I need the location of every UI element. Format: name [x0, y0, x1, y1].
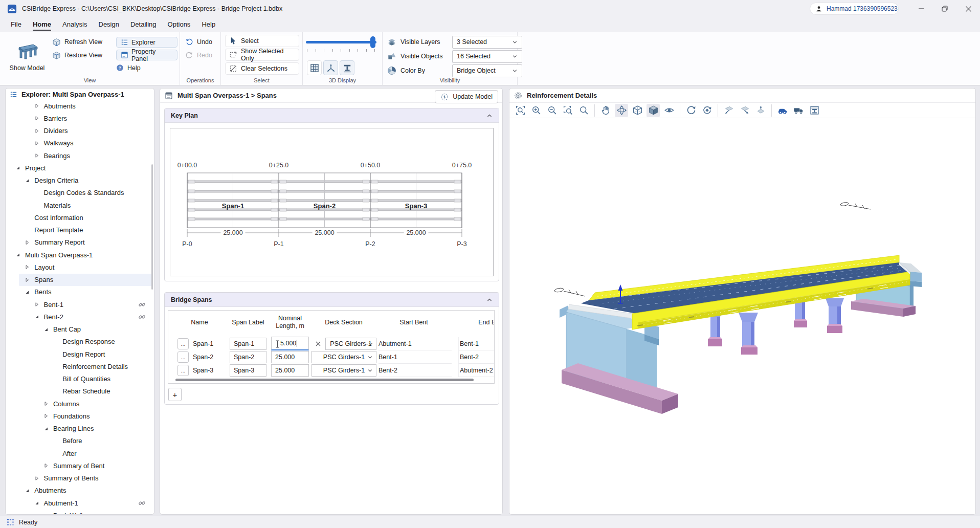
tree-scrollbar[interactable]: [151, 164, 153, 290]
tree-item-after[interactable]: After: [6, 447, 154, 459]
zoom-in-button[interactable]: [529, 104, 543, 117]
tree-collapse-arrow[interactable]: [43, 413, 49, 419]
tree-expand-arrow[interactable]: [25, 178, 30, 183]
rotate-angle-button[interactable]: [700, 104, 714, 117]
tree-collapse-arrow[interactable]: [43, 463, 49, 468]
minimize-button[interactable]: [909, 0, 933, 17]
perspective-eye-button[interactable]: [662, 104, 676, 117]
zoom-out-button[interactable]: [545, 104, 559, 117]
tree-expand-arrow[interactable]: [43, 426, 49, 431]
tree-item-spans[interactable]: Spans: [19, 274, 152, 286]
cell-deck-section-dropdown[interactable]: PSC Girders-1: [311, 351, 376, 363]
tree-collapse-arrow[interactable]: [25, 265, 30, 270]
tree-collapse-arrow[interactable]: [34, 141, 39, 146]
tree-collapse-arrow[interactable]: [34, 302, 39, 307]
tree-item-dividers[interactable]: Dividers: [6, 125, 154, 137]
cell-span-label[interactable]: Span-3: [230, 364, 266, 377]
tree-collapse-arrow[interactable]: [34, 103, 39, 108]
cell-name[interactable]: Span-3: [193, 364, 213, 377]
tree-expand-arrow[interactable]: [34, 314, 39, 319]
tree-item-summary-of-bent[interactable]: Summary of Bent: [6, 459, 154, 472]
cube-wire-button[interactable]: [631, 104, 644, 117]
tree-expand-arrow[interactable]: [15, 252, 20, 257]
menu-item-file[interactable]: File: [5, 17, 27, 32]
view-plane-yz-button[interactable]: [754, 104, 767, 117]
tree-item-walkways[interactable]: Walkways: [6, 137, 154, 149]
cell-nominal-length-editing[interactable]: 5.000: [271, 337, 309, 350]
cell-deck-section-dropdown[interactable]: PSC Girders-1: [325, 338, 376, 350]
visible-objects-dropdown[interactable]: 16 Selected: [452, 50, 522, 63]
tree-collapse-arrow[interactable]: [43, 401, 49, 406]
select-button[interactable]: Select: [225, 35, 299, 47]
cell-span-label[interactable]: Span-2: [230, 351, 266, 363]
color-by-dropdown[interactable]: Bridge Object: [452, 64, 522, 77]
tree-item-design-report[interactable]: Design Report: [6, 348, 154, 360]
tree-item-bearing-lines[interactable]: Bearing Lines: [6, 423, 154, 435]
tree-item-design-response[interactable]: Design Response: [6, 336, 154, 348]
tree-item-before[interactable]: Before: [6, 435, 154, 447]
grid-toggle-button[interactable]: [307, 60, 322, 75]
update-model-button[interactable]: Update Model: [435, 90, 498, 103]
3d-viewport[interactable]: [509, 118, 975, 514]
tree-collapse-arrow[interactable]: [34, 153, 39, 158]
property-panel-button[interactable]: Property Panel: [116, 50, 177, 60]
vehicle-car-button[interactable]: [776, 104, 789, 117]
cell-span-label[interactable]: Span-1: [230, 338, 266, 350]
tree-item-design-criteria[interactable]: Design Criteria: [6, 174, 154, 187]
cell-nominal-length[interactable]: 25.000: [271, 351, 309, 363]
menu-item-options[interactable]: Options: [162, 17, 196, 32]
tree-item-summary-of-bents[interactable]: Summary of Bents: [6, 472, 154, 485]
tree-item-rebar-schedule[interactable]: Rebar Schedule: [6, 385, 154, 398]
view-plane-xz-button[interactable]: [738, 104, 751, 117]
tree-item-summary-report[interactable]: Summary Report: [6, 236, 154, 249]
bridge-spans-header[interactable]: Bridge Spans: [165, 293, 499, 307]
zoom-button[interactable]: [577, 104, 590, 117]
cell-nominal-length[interactable]: 25.000: [271, 364, 309, 377]
tree-expand-arrow[interactable]: [25, 488, 30, 493]
row-options-button[interactable]: ...: [177, 365, 189, 376]
restore-view-button[interactable]: Restore View: [52, 49, 102, 61]
show-model-button[interactable]: Show Model: [7, 35, 47, 79]
tree-item-layout[interactable]: Layout: [6, 261, 154, 273]
key-plan-header[interactable]: Key Plan: [165, 108, 499, 123]
extrude-toggle-button[interactable]: [340, 60, 354, 75]
menu-item-detailing[interactable]: Detailing: [125, 17, 162, 32]
pan-hand-button[interactable]: [599, 104, 612, 117]
tree-collapse-arrow[interactable]: [34, 476, 39, 481]
cell-start-bent[interactable]: Abutment-1: [378, 337, 452, 350]
zoom-window-button[interactable]: [561, 104, 574, 117]
tree-expand-arrow[interactable]: [34, 500, 39, 505]
tree-expand-arrow[interactable]: [43, 327, 49, 332]
refresh-view-button[interactable]: Refresh View: [52, 36, 102, 48]
collapse-icon[interactable]: [486, 113, 493, 119]
vehicle-truck-button[interactable]: [792, 104, 805, 117]
tree-item-bents[interactable]: Bents: [6, 286, 154, 298]
redo-button[interactable]: Redo: [185, 49, 212, 61]
horizontal-scrollbar[interactable]: [175, 379, 474, 381]
axes-toggle-button[interactable]: [323, 60, 338, 75]
tree-item-bent-cap[interactable]: Bent Cap: [6, 323, 154, 336]
show-selected-only-button[interactable]: Show Selected Only: [225, 49, 299, 61]
rotate-cw-button[interactable]: [684, 104, 698, 117]
tree-item-reinforcement-details[interactable]: Reinforcement Details: [6, 360, 154, 372]
row-options-button[interactable]: ...: [177, 351, 189, 363]
tree-item-project[interactable]: Project: [6, 162, 154, 174]
menu-item-help[interactable]: Help: [196, 17, 221, 32]
tree-item-barriers[interactable]: Barriers: [6, 112, 154, 124]
cube-solid-button[interactable]: [647, 104, 660, 117]
tree-item-bill-of-quantities[interactable]: Bill of Quantities: [6, 373, 154, 385]
cell-start-bent[interactable]: Bent-2: [378, 364, 452, 377]
add-span-button[interactable]: +: [168, 388, 182, 401]
tree-item-cost-information[interactable]: Cost Information: [6, 211, 154, 224]
tree-item-bent-2[interactable]: Bent-2: [6, 311, 154, 323]
tree-item-multi-span-overpass-1[interactable]: Multi Span Overpass-1: [6, 249, 154, 261]
tree-collapse-arrow[interactable]: [25, 277, 30, 282]
close-button[interactable]: [956, 0, 980, 17]
explorer-button[interactable]: Explorer: [116, 37, 177, 48]
section-cut-button[interactable]: [808, 104, 821, 117]
help-button[interactable]: ?Help: [116, 62, 141, 73]
cell-end-bent[interactable]: Bent-2: [458, 350, 495, 364]
collapse-icon[interactable]: [486, 297, 493, 303]
tree-expand-arrow[interactable]: [25, 290, 30, 295]
row-options-button[interactable]: ...: [177, 338, 189, 349]
